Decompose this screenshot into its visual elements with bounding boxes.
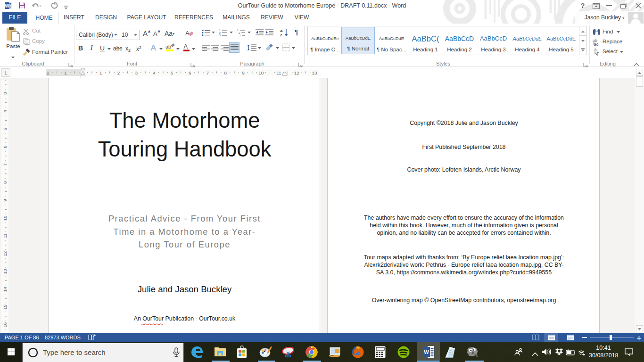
svg-text:11: 11 (2, 233, 8, 238)
svg-text:4: 4 (153, 70, 156, 75)
svg-text:10: 10 (258, 70, 264, 75)
svg-text:6: 6 (2, 145, 8, 148)
svg-text:14: 14 (2, 287, 8, 292)
svg-text:13: 13 (2, 269, 8, 274)
svg-text:A: A (280, 29, 283, 33)
svg-text:4: 4 (2, 110, 8, 113)
svg-text:12: 12 (2, 251, 8, 256)
svg-text:16: 16 (2, 322, 8, 327)
svg-text:7: 7 (206, 70, 209, 75)
svg-text:8: 8 (224, 70, 227, 75)
svg-text:A: A (185, 30, 190, 37)
svg-text:11: 11 (276, 70, 281, 75)
svg-text:5: 5 (2, 128, 8, 131)
svg-text:15: 15 (2, 304, 8, 310)
svg-text:W: W (5, 3, 9, 8)
svg-text:2: 2 (47, 70, 49, 75)
svg-text:A: A (184, 43, 188, 50)
svg-text:8: 8 (2, 181, 8, 184)
svg-text:1: 1 (64, 70, 66, 75)
svg-text:13: 13 (312, 70, 317, 75)
svg-text:12: 12 (294, 70, 299, 75)
svg-text:3: 3 (135, 70, 138, 75)
svg-text:9: 9 (2, 199, 8, 201)
svg-text:3: 3 (2, 92, 8, 95)
svg-text:Z: Z (280, 33, 282, 37)
svg-text:5: 5 (171, 70, 173, 75)
svg-text:10: 10 (2, 215, 8, 221)
svg-text:i: i (240, 34, 240, 36)
svg-text:ac: ac (594, 42, 599, 46)
svg-text:1: 1 (99, 70, 102, 75)
svg-text:7: 7 (2, 164, 8, 166)
svg-text:3: 3 (219, 34, 221, 36)
svg-text:2: 2 (117, 70, 120, 75)
svg-text:ab: ab (165, 44, 171, 49)
svg-text:6: 6 (189, 70, 191, 75)
svg-text:9: 9 (242, 70, 244, 75)
svg-text:W: W (424, 349, 429, 355)
